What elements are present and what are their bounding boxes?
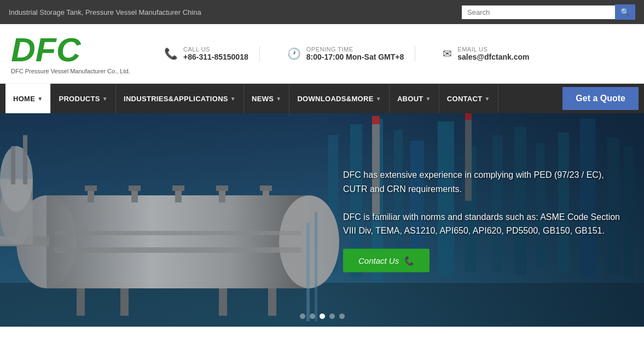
nav-bar: HOME ▼ PRODUCTS ▼ INDUSTRIES&APPLICATION…	[0, 84, 644, 113]
top-bar: Industrial Storage Tank, Pressure Vessel…	[0, 0, 644, 24]
get-quote-button[interactable]: Get a Quote	[562, 87, 639, 110]
nav-home[interactable]: HOME ▼	[5, 84, 51, 113]
contact-phone-icon: 📞	[403, 255, 414, 265]
nav-about[interactable]: ABOUT ▼	[390, 84, 439, 113]
opening-info: 🕐 OPENING TIME 8:00-17:00 Mon-Sat GMT+8	[276, 46, 416, 61]
svg-rect-46	[306, 223, 310, 321]
phone-icon: 📞	[164, 47, 178, 60]
search-form: 🔍	[462, 4, 635, 20]
email-info: ✉ EMAIL US sales@dfctank.com	[432, 46, 540, 61]
nav-news[interactable]: NEWS ▼	[244, 84, 289, 113]
opening-value: 8:00-17:00 Mon-Sat GMT+8	[306, 53, 404, 61]
dot-2[interactable]	[310, 314, 315, 319]
header: DFC DFC Pressure Vessel Manufacturer Co.…	[0, 24, 644, 84]
dot-5[interactable]	[339, 314, 345, 319]
logo[interactable]: DFC	[11, 33, 131, 67]
hero-text: DFC has extensive experience in complyin…	[343, 168, 628, 238]
top-bar-title: Industrial Storage Tank, Pressure Vessel…	[9, 8, 201, 16]
nav-downloads[interactable]: DOWNLOADS&MORE ▼	[289, 84, 389, 113]
email-label: EMAIL US	[457, 46, 529, 53]
hero-dots	[300, 314, 345, 319]
opening-label: OPENING TIME	[306, 46, 404, 53]
email-icon: ✉	[443, 47, 452, 60]
nav-items: HOME ▼ PRODUCTS ▼ INDUSTRIES&APPLICATION…	[5, 84, 562, 113]
logo-subtitle: DFC Pressure Vessel Manufacturer Co., Lt…	[11, 68, 131, 74]
logo-area: DFC DFC Pressure Vessel Manufacturer Co.…	[11, 33, 131, 74]
products-arrow: ▼	[102, 96, 108, 102]
home-arrow: ▼	[37, 96, 43, 102]
dot-3[interactable]	[320, 314, 325, 319]
search-input[interactable]	[462, 5, 615, 19]
hero-section: DFC has extensive experience in complyin…	[0, 113, 644, 327]
contact-us-button[interactable]: Contact Us 📞	[343, 248, 430, 272]
email-value: sales@dfctank.com	[457, 53, 529, 61]
call-label: CALL US	[183, 46, 248, 53]
call-info: 📞 CALL US +86-311-85150018	[153, 46, 260, 61]
search-button[interactable]: 🔍	[615, 4, 635, 20]
dot-1[interactable]	[300, 314, 305, 319]
nav-contact[interactable]: CONTACT ▼	[439, 84, 498, 113]
header-info: 📞 CALL US +86-311-85150018 🕐 OPENING TIM…	[153, 46, 633, 61]
industries-arrow: ▼	[230, 96, 236, 102]
dot-4[interactable]	[329, 314, 335, 319]
hero-content: DFC has extensive experience in complyin…	[343, 168, 628, 272]
nav-industries[interactable]: INDUSTRIES&APPLICATIONS ▼	[116, 84, 244, 113]
contact-arrow: ▼	[484, 96, 490, 102]
downloads-arrow: ▼	[376, 96, 381, 102]
call-value: +86-311-85150018	[183, 53, 248, 61]
nav-products[interactable]: PRODUCTS ▼	[51, 84, 116, 113]
news-arrow: ▼	[276, 96, 281, 102]
clock-icon: 🕐	[287, 47, 301, 60]
contact-us-label: Contact Us	[358, 256, 399, 265]
svg-rect-47	[315, 212, 317, 321]
about-arrow: ▼	[426, 96, 431, 102]
